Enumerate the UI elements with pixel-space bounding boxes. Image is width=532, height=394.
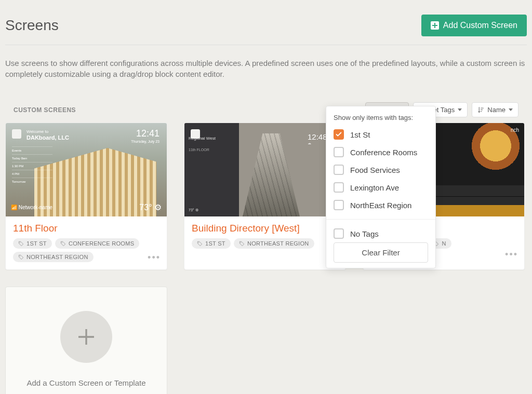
filter-option-no-tags[interactable]: No Tags xyxy=(326,225,435,242)
filter-option-label: Conference Rooms xyxy=(350,148,417,157)
divider xyxy=(326,219,435,220)
tag-chip[interactable]: NORTHEAST REGION xyxy=(234,238,314,249)
thumb-temp: 73° xyxy=(189,208,194,212)
card-select-checkbox[interactable] xyxy=(12,129,21,139)
filter-popover-header: Show only items with tags: xyxy=(326,114,435,126)
filter-option[interactable]: 1st St xyxy=(326,126,435,143)
tag-chip[interactable]: 1ST ST xyxy=(13,238,52,249)
filter-option-label: No Tags xyxy=(350,229,379,238)
filter-option-label: Lexington Ave xyxy=(350,183,399,192)
filter-option[interactable]: Conference Rooms xyxy=(326,143,435,161)
filter-option[interactable]: NorthEast Region xyxy=(326,196,435,214)
thumb-welcome: Welcome to xyxy=(26,129,48,134)
sort-button[interactable]: Name xyxy=(472,102,518,117)
svg-point-7 xyxy=(198,242,199,242)
tag-label: NORTHEAST REGION xyxy=(247,240,309,247)
wifi-icon: 📶 Network-name xyxy=(11,205,52,210)
checkbox[interactable] xyxy=(334,200,344,210)
filter-option-label: 1st St xyxy=(350,130,370,139)
card-tags: 1ST ST CONFERENCE ROOMS NORTHEAST REGION xyxy=(13,238,159,262)
thumb-floor: 11th FLOOR xyxy=(189,148,235,152)
tag-label: 1ST ST xyxy=(26,240,47,247)
intro-text: Use screens to show different configurat… xyxy=(5,45,527,92)
tag-label: 1ST ST xyxy=(205,240,225,247)
thumb-company: DAKboard, LLC xyxy=(26,134,69,141)
plus-square-icon xyxy=(431,21,439,30)
tag-icon xyxy=(60,241,66,247)
tag-icon xyxy=(239,241,245,247)
tag-icon xyxy=(18,254,24,260)
checkbox[interactable] xyxy=(334,147,344,157)
tag-label: CONFERENCE ROOMS xyxy=(69,240,134,247)
thumb-wifi: Network-name xyxy=(19,205,52,210)
checkbox-checked[interactable] xyxy=(334,129,344,140)
svg-point-4 xyxy=(20,242,20,242)
add-tile-label: Add a Custom Screen or Template xyxy=(26,378,145,387)
thumb-agenda-header: Events xyxy=(12,146,52,154)
page-title: Screens xyxy=(5,17,59,34)
thumb-text: nch xyxy=(511,127,519,133)
add-custom-screen-button[interactable]: Add Custom Screen xyxy=(421,15,527,36)
screen-card[interactable]: Regional West 11th FLOOR 73° ⚙ 12:48 ☁ B… xyxy=(184,123,346,270)
checkbox[interactable] xyxy=(334,182,344,193)
card-more-menu[interactable]: ••• xyxy=(505,249,518,260)
filter-option-label: Food Services xyxy=(350,166,400,174)
gear-icon: ⚙ xyxy=(154,203,162,212)
sort-label: Name xyxy=(487,106,506,114)
thumb-clock: 12:41 xyxy=(136,128,159,139)
section-title: CUSTOM SCREENS xyxy=(14,106,76,114)
filter-option-label: NorthEast Region xyxy=(350,201,411,210)
screen-thumbnail: Welcome to DAKboard, LLC 12:41 Thursday,… xyxy=(6,123,167,216)
card-title[interactable]: Building Directory [West] xyxy=(192,223,338,234)
page-header: Screens Add Custom Screen xyxy=(5,15,527,45)
thumb-agenda-row: Tomorrow xyxy=(12,178,52,185)
thumb-agenda: Events Today 8am 1:30 PM 4 PM Tomorrow xyxy=(12,146,52,185)
card-select-checkbox[interactable] xyxy=(191,129,200,139)
card-more-menu[interactable]: ••• xyxy=(148,252,161,263)
checkbox[interactable] xyxy=(334,165,344,175)
checkbox[interactable] xyxy=(334,228,344,239)
add-button-label: Add Custom Screen xyxy=(443,21,517,30)
filter-option[interactable]: Lexington Ave xyxy=(326,179,435,196)
card-tags: 1ST ST NORTHEAST REGION xyxy=(192,238,338,249)
svg-rect-2 xyxy=(432,25,437,26)
caret-down-icon xyxy=(458,108,462,111)
add-screen-tile[interactable]: Add a Custom Screen or Template xyxy=(5,287,167,394)
svg-point-8 xyxy=(241,242,241,242)
sort-icon xyxy=(477,106,484,113)
filter-option[interactable]: Food Services xyxy=(326,161,435,179)
tag-chip[interactable]: NORTHEAST REGION xyxy=(13,252,94,262)
add-circle xyxy=(60,311,112,363)
screen-card[interactable]: Welcome to DAKboard, LLC 12:41 Thursday,… xyxy=(5,123,167,270)
clear-filter-button[interactable]: Clear Filter xyxy=(334,242,428,263)
check-icon xyxy=(335,131,342,138)
screen-thumbnail: Regional West 11th FLOOR 73° ⚙ 12:48 ☁ xyxy=(184,123,345,216)
section-header: CUSTOM SCREENS Filter Set Tags Name xyxy=(5,102,527,117)
tower-graphic xyxy=(243,133,300,216)
tag-label: N xyxy=(442,240,446,247)
thumb-agenda-row: Today 8am xyxy=(12,154,52,162)
card-title[interactable]: 11th Floor xyxy=(13,223,159,234)
caret-down-icon xyxy=(509,108,513,111)
thumb-agenda-row: 4 PM xyxy=(12,170,52,178)
thumb-agenda-row: 1:30 PM xyxy=(12,162,52,170)
tag-chip[interactable]: 1ST ST xyxy=(192,238,231,249)
thumb-temp: 73° xyxy=(139,203,152,212)
cards-grid: Welcome to DAKboard, LLC 12:41 Thursday,… xyxy=(5,123,527,394)
tag-icon xyxy=(18,241,24,247)
tag-label: NORTHEAST REGION xyxy=(26,254,88,260)
svg-point-5 xyxy=(62,242,62,242)
svg-point-6 xyxy=(20,255,20,256)
filter-popover: Show only items with tags: 1st St Confer… xyxy=(326,106,436,268)
tag-icon xyxy=(197,241,203,247)
tag-chip[interactable]: CONFERENCE ROOMS xyxy=(55,238,139,249)
thumb-date: Thursday, July 23 xyxy=(131,140,159,143)
plus-icon xyxy=(76,327,97,347)
